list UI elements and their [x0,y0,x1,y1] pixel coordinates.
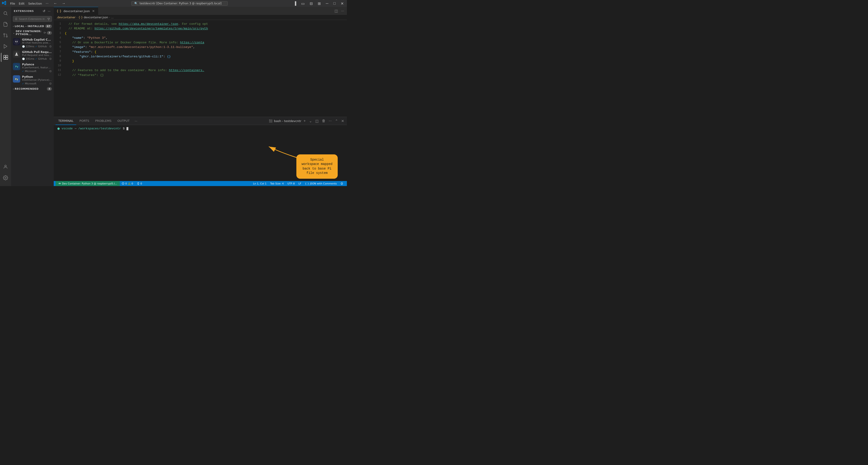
python-desc: IntelliSense (Pylance), Lintin... [22,78,52,81]
extension-pylance[interactable]: Py Pylance A performant, feature-rich l.… [11,62,54,74]
terminal-dollar: $ [123,127,125,130]
pylance-settings-button[interactable]: ⚙ [49,69,52,73]
filter-icon[interactable]: ▽ [48,17,50,21]
menu-edit[interactable]: Edit [19,2,25,5]
nav-forward-button[interactable]: → [60,1,67,6]
line-num-10: 10 [54,64,65,68]
sidebar-toggle-button[interactable]: ▐ [292,1,298,6]
search-extensions-container: ☰ ▽ [11,15,54,24]
code-line-12: 12 // "features": {} [54,73,347,77]
section-recommended[interactable]: › RECOMMENDED 4 [11,86,54,92]
menu-file[interactable]: File [10,2,15,5]
breadcrumb-devcontainer-folder[interactable]: .devcontainer [57,16,75,19]
tab-ports[interactable]: PORTS [77,117,92,125]
pylance-icon: Py [13,63,20,70]
activity-run[interactable] [1,42,10,51]
code-editor[interactable]: 1 // For format details, see https://aka… [54,20,347,117]
breadcrumb: .devcontainer › {·} devcontainer.json › … [54,15,347,20]
command-palette[interactable]: 🔍 testdevcntr [Dev Container: Python 3 @… [131,1,228,6]
split-editor-button[interactable]: ◫ [334,8,339,14]
breadcrumb-sep-1: › [76,16,78,19]
status-line-ending[interactable]: LF [297,181,303,186]
pullrequest-timer: 191ms [26,57,34,60]
pullrequest-desc: Pull Request and Issue Prov... [22,54,52,57]
tab-terminal[interactable]: TERMINAL [56,117,76,125]
line-num-1: 1 [54,22,65,26]
info-count: 0 [141,182,142,185]
terminal-delete-button[interactable]: 🗑 [321,118,327,124]
sidebar: EXTENSIONS ↺ ··· ☰ ▽ › LOCAL - INSTALLED… [11,7,54,186]
panel-layout-button[interactable]: ⊟ [308,1,314,6]
status-ln-col[interactable]: Ln 1, Col 1 [251,181,268,186]
local-badge: 67 [45,25,52,28]
line-content-11: // Features to add to the dev container.… [65,68,347,73]
pullrequest-icon [13,51,20,58]
terminal-content[interactable]: vscode → /workspaces/testdevcntr $ [54,125,347,181]
section-local-installed[interactable]: › LOCAL - INSTALLED 67 [11,24,54,29]
panel-more-button[interactable]: ··· [133,119,139,123]
breadcrumb-filename[interactable]: devcontainer.json [84,16,108,19]
svg-point-16 [17,41,18,41]
new-terminal-button[interactable]: + [303,118,307,124]
menu-selection[interactable]: Selection [28,2,42,5]
extension-copilot[interactable]: GitHub Copilot C... AI chat features pow… [11,37,54,49]
minimize-button[interactable]: ─ [324,1,330,6]
activity-extensions[interactable] [1,53,10,62]
layout-button[interactable]: ▭ [300,1,306,6]
menu-more[interactable]: ··· [46,2,49,5]
line-content-4: "name": "Python 3", [65,36,347,40]
callout-text: Special workspace mapped back to base Pi… [302,158,333,175]
breadcrumb-more[interactable]: ... [111,16,114,19]
tab-problems[interactable]: PROBLEMS [92,117,114,125]
tab-label: devcontainer.json [63,9,90,13]
remote-sync-icon: ⟳ [43,31,46,34]
panel-more-actions-button[interactable]: ··· [328,118,333,124]
svg-point-0 [4,12,7,15]
panel-close-button[interactable]: ✕ [340,118,345,124]
activity-explorer[interactable] [1,20,10,29]
activity-account[interactable] [1,162,10,171]
breadcrumb-json-icon: {·} [79,16,83,19]
code-line-3: 3 { [54,31,347,36]
extensions-list: › LOCAL - INSTALLED 67 ⌄ DEV CONTAINER: … [11,24,54,186]
nav-back-button[interactable]: ← [52,1,59,6]
refresh-extensions-button[interactable]: ↺ [42,9,46,13]
status-language[interactable]: { } JSON with Comments [303,181,339,186]
panel-collapse-button[interactable]: ⌃ [334,118,339,124]
status-notification[interactable] [339,181,345,186]
ln-col-text: Ln 1, Col 1 [253,182,267,185]
terminal-split-button[interactable]: ⌄ [308,118,313,124]
extension-pull-requests[interactable]: GitHub Pull Requ... Pull Request and Iss… [11,49,54,62]
status-remote[interactable]: Dev Container: Python 3 @ raspberrypi5.l… [56,181,120,186]
status-errors[interactable]: 0 0 [120,181,135,186]
pylance-info: Pylance A performant, feature-rich l... … [22,63,52,73]
status-tab-size[interactable]: Tab Size: 4 [268,181,286,186]
more-tabs-button[interactable]: ··· [340,8,345,14]
tab-close-button[interactable]: ✕ [92,9,95,13]
terminal-layout-button[interactable]: ◫ [314,118,319,124]
status-info[interactable]: 0 [135,181,144,186]
copilot-settings-button[interactable]: ⚙ [49,45,52,48]
pullrequest-settings-button[interactable]: ⚙ [49,57,52,61]
extension-python[interactable]: Py Python IntelliSense (Pylance), Lintin… [11,74,54,86]
activity-source-control[interactable] [1,31,10,40]
customize-layout-button[interactable]: ⊞ [316,1,322,6]
maximize-button[interactable]: □ [332,1,337,6]
copilot-name: GitHub Copilot C... [22,38,52,41]
section-devcontainer[interactable]: ⌄ DEV CONTAINER: PYTHON... ⟳ 7 [11,29,54,37]
svg-marker-5 [4,44,7,48]
status-encoding[interactable]: UTF-8 [286,181,297,186]
more-extensions-button[interactable]: ··· [47,9,51,13]
search-extensions-input[interactable] [19,18,46,21]
python-settings-button[interactable]: ⚙ [49,82,52,85]
tab-devcontainer-json[interactable]: {·} devcontainer.json ✕ [54,7,98,15]
activity-settings[interactable] [1,173,10,182]
search-extensions-box[interactable]: ☰ ▽ [13,16,52,22]
window-controls: ▐ ▭ ⊟ ⊞ ─ □ ✕ [292,1,345,6]
editor-area: {·} devcontainer.json ✕ ◫ ··· .devcontai… [54,7,347,186]
tab-output[interactable]: OUTPUT [115,117,132,125]
svg-line-1 [6,14,7,15]
close-button[interactable]: ✕ [339,1,345,6]
activity-search[interactable] [1,9,10,18]
remote-label: Dev Container: Python 3 @ raspberrypi5.l… [62,182,117,185]
